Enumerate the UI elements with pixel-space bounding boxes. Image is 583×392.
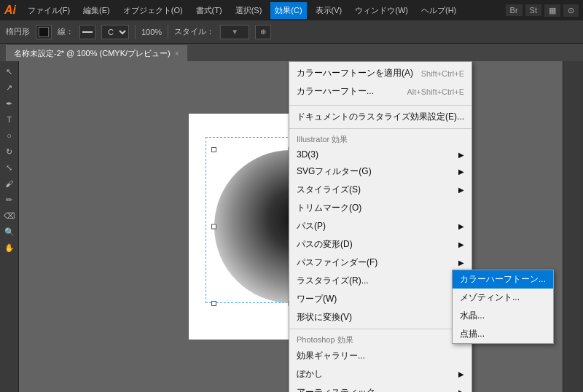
menu-path[interactable]: パス(P) ▶ (289, 217, 472, 235)
tool-direct-select[interactable]: ↗ (2, 80, 17, 95)
illustrator-section-label: Illustrator 効果 (289, 131, 472, 146)
stroke-color-box[interactable] (79, 25, 95, 39)
submenu-pointillize-label: 点描... (460, 329, 485, 339)
handle-left[interactable] (211, 224, 216, 230)
menu-trim-mark[interactable]: トリムマーク(O) (289, 199, 472, 217)
menu-path-distort-label: パスの変形(D) (297, 238, 353, 251)
app-logo: Ai (4, 4, 16, 17)
menu-convert-shape-label: 形状に変換(V) (297, 311, 352, 324)
zoom-label: 100% (141, 28, 162, 36)
menu-svg-filter-label: SVGフィルター(G) (297, 165, 372, 178)
apply-color-halftone-item[interactable]: カラーハーフトーンを適用(A) Shift+Ctrl+E (289, 64, 472, 82)
color-halftone-item[interactable]: カラーハーフトー... Alt+Shift+Ctrl+E (289, 82, 472, 101)
menu-file[interactable]: ファイル(F) (23, 2, 74, 19)
separator-3 (289, 329, 472, 329)
submenu-pointillize[interactable]: 点描... (453, 325, 553, 343)
menu-rasterize[interactable]: ラスタライズ(R)... (289, 272, 472, 290)
tool-pencil[interactable]: ✏ (2, 192, 17, 207)
menu-trim-mark-label: トリムマーク(O) (297, 202, 361, 214)
tools-panel: ↖ ↗ ✒ T ○ ↻ ⤡ 🖌 ✏ ⌫ 🔍 ✋ (0, 61, 19, 392)
menu-select[interactable]: 選択(S) (231, 2, 267, 19)
stroke-label: 線： (58, 26, 74, 37)
effect-dropdown-menu: カラーハーフトーンを適用(A) Shift+Ctrl+E カラーハーフトー...… (289, 61, 472, 392)
submenu-color-halftone[interactable]: カラーハーフトーン... (453, 270, 553, 289)
tool-rotate[interactable]: ↻ (2, 144, 17, 159)
tool-eraser[interactable]: ⌫ (2, 208, 17, 223)
menu-window[interactable]: ウィンドウ(W) (351, 2, 412, 19)
rasterize-settings-label: ドキュメントのラスタライズ効果設定(E)... (297, 111, 464, 123)
submenu-mezzotint[interactable]: メゾティント... (453, 289, 553, 307)
document-tab[interactable]: 名称未設定-2* @ 100% (CMYK/プレビュー) × (6, 45, 187, 61)
right-panel (563, 61, 583, 392)
toolbar-divider-2 (168, 25, 168, 39)
menu-artistic-label: アーティスティック (297, 386, 375, 392)
menu-gallery-label: 効果ギャラリー... (297, 350, 365, 362)
tool-ellipse[interactable]: ○ (2, 128, 17, 143)
tool-scale[interactable]: ⤡ (2, 160, 17, 175)
shape-label: 楕円形 (6, 26, 30, 37)
style-box[interactable]: ▼ (220, 25, 249, 39)
menu-svg-filter[interactable]: SVGフィルター(G) ▶ (289, 162, 472, 181)
toolbar-divider-1 (135, 25, 136, 39)
menu-blur-label: ぼかし (297, 368, 323, 380)
toolbar: 楕円形 線： C 100% スタイル： ▼ ⊕ (0, 20, 583, 44)
tool-brush[interactable]: 🖌 (2, 176, 17, 191)
pixelate-submenu: カラーハーフトーン... メゾティント... 水晶... 点描... (452, 270, 554, 344)
stroke-weight-select[interactable]: C (101, 25, 129, 39)
rasterize-settings-item[interactable]: ドキュメントのラスタライズ効果設定(E)... (289, 108, 472, 126)
bridge-btn[interactable]: Br (506, 4, 523, 16)
menu-top-section: カラーハーフトーンを適用(A) Shift+Ctrl+E カラーハーフトー...… (289, 62, 472, 103)
menu-warp[interactable]: ワープ(W) ▶ (289, 290, 472, 308)
menu-3d-label: 3D(3) (297, 149, 318, 160)
title-right: Br St ▦ ⊙ (506, 4, 579, 17)
style-label: スタイル： (174, 26, 214, 37)
menu-path-distort[interactable]: パスの変形(D) ▶ (289, 235, 472, 254)
apply-color-halftone-shortcut: Shift+Ctrl+E (421, 69, 464, 78)
menu-pathfinder[interactable]: パスファインダー(F) ▶ (289, 254, 472, 272)
menu-stylize[interactable]: スタイライズ(S) ▶ (289, 181, 472, 199)
tool-pen[interactable]: ✒ (2, 96, 17, 111)
menu-3d-arrow: ▶ (458, 151, 464, 159)
menu-rasterize-label: ラスタライズ(R)... (297, 275, 369, 287)
stock-btn[interactable]: St (525, 4, 541, 16)
submenu-crystallize[interactable]: 水晶... (453, 307, 553, 325)
menu-type[interactable]: 書式(T) (192, 2, 227, 19)
menu-gallery[interactable]: 効果ギャラリー... (289, 347, 472, 365)
submenu-mezzotint-label: メゾティント... (460, 292, 520, 302)
collab-btn[interactable]: ▦ (544, 4, 560, 17)
tool-select[interactable]: ↖ (2, 64, 17, 79)
menu-stylize-label: スタイライズ(S) (297, 184, 361, 196)
fill-color-box[interactable] (36, 25, 52, 39)
menu-effect[interactable]: 効果(C) (270, 2, 306, 19)
separator-2 (289, 128, 472, 129)
menu-help[interactable]: ヘルプ(H) (417, 2, 461, 19)
tab-close-btn[interactable]: × (175, 50, 179, 58)
menu-path-arrow: ▶ (458, 222, 464, 230)
handle-top-left[interactable] (211, 147, 216, 152)
submenu-color-halftone-label: カラーハーフトーン... (460, 274, 546, 284)
tool-zoom[interactable]: 🔍 (2, 224, 17, 239)
menu-convert-shape[interactable]: 形状に変換(V) ▶ (289, 308, 472, 326)
menu-pathfinder-arrow: ▶ (458, 259, 464, 267)
style-options-btn[interactable]: ⊕ (255, 25, 271, 39)
menu-view[interactable]: 表示(V) (311, 2, 347, 19)
canvas-area: カラーハーフトーンを適用(A) Shift+Ctrl+E カラーハーフトー...… (19, 61, 563, 392)
menu-artistic[interactable]: アーティスティック ▶ (289, 383, 472, 392)
menu-3d[interactable]: 3D(3) ▶ (289, 146, 472, 162)
menu-edit[interactable]: 編集(E) (79, 2, 114, 19)
tool-hand[interactable]: ✋ (2, 240, 17, 255)
menu-artistic-arrow: ▶ (458, 388, 464, 392)
submenu-crystallize-label: 水晶... (460, 310, 485, 321)
menu-stylize-arrow: ▶ (458, 186, 464, 194)
photoshop-section-label: Photoshop 効果 (289, 332, 472, 347)
menu-object[interactable]: オブジェクト(O) (119, 2, 187, 19)
tab-title: 名称未設定-2* @ 100% (CMYK/プレビュー) (14, 48, 171, 59)
tool-type[interactable]: T (2, 112, 17, 127)
color-halftone-label: カラーハーフトー... (297, 85, 374, 98)
handle-bottom-left[interactable] (211, 301, 216, 306)
menu-warp-label: ワープ(W) (297, 293, 337, 305)
menu-pathfinder-label: パスファインダー(F) (297, 256, 377, 269)
menu-blur[interactable]: ぼかし ▶ (289, 365, 472, 383)
wifi-btn[interactable]: ⊙ (563, 4, 579, 17)
color-halftone-shortcut: Alt+Shift+Ctrl+E (407, 87, 464, 96)
